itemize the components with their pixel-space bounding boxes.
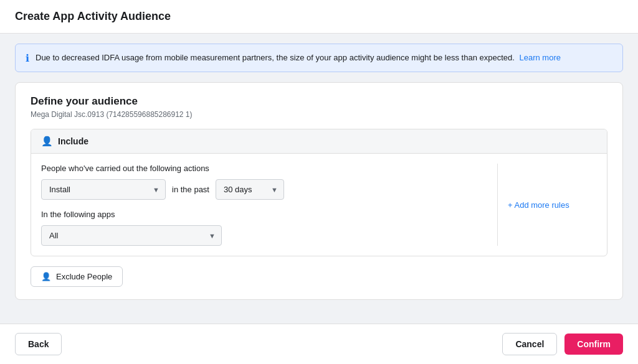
confirm-button[interactable]: Confirm	[564, 334, 623, 355]
footer-right: Cancel Confirm	[502, 333, 623, 355]
include-header: 👤 Include	[31, 129, 607, 154]
page-title: Create App Activity Audience	[15, 10, 623, 23]
include-body: People who've carried out the following …	[31, 154, 607, 256]
days-select[interactable]: 7 days 14 days 30 days 60 days 90 days 1…	[216, 179, 284, 200]
person-exclude-icon: 👤	[41, 272, 51, 281]
back-button[interactable]: Back	[15, 333, 62, 355]
include-left: People who've carried out the following …	[41, 164, 487, 246]
days-select-wrap[interactable]: 7 days 14 days 30 days 60 days 90 days 1…	[216, 179, 284, 200]
exclude-people-button[interactable]: 👤 Exclude People	[31, 266, 123, 287]
page-footer: Back Cancel Confirm	[0, 324, 638, 364]
main-content: ℹ Due to decreased IDFA usage from mobil…	[0, 34, 638, 324]
action-row: Install Open Purchase ▼ in the past 7 da…	[41, 179, 487, 200]
include-right: + Add more rules	[497, 164, 597, 246]
cancel-button[interactable]: Cancel	[502, 333, 557, 355]
audience-section: Define your audience Mega Digital Jsc.09…	[15, 82, 623, 300]
apps-label: In the following apps	[41, 210, 487, 219]
person-include-icon: 👤	[41, 136, 53, 147]
action-select[interactable]: Install Open Purchase	[41, 179, 166, 200]
in-the-past-label: in the past	[172, 185, 209, 194]
exclude-people-label: Exclude People	[56, 272, 112, 281]
action-select-wrap[interactable]: Install Open Purchase ▼	[41, 179, 166, 200]
info-banner: ℹ Due to decreased IDFA usage from mobil…	[15, 44, 623, 72]
section-title: Define your audience	[31, 95, 607, 108]
people-actions-label: People who've carried out the following …	[41, 164, 487, 173]
apps-select-wrap[interactable]: All ▼	[41, 225, 222, 246]
page-header: Create App Activity Audience	[0, 0, 638, 34]
banner-text: Due to decreased IDFA usage from mobile …	[36, 52, 561, 64]
section-subtitle: Mega Digital Jsc.0913 (71428559688528691…	[31, 110, 607, 119]
info-icon: ℹ	[26, 52, 29, 64]
add-more-rules-button[interactable]: + Add more rules	[508, 198, 569, 212]
include-label: Include	[58, 136, 88, 146]
apps-select[interactable]: All	[41, 225, 222, 246]
include-card: 👤 Include People who've carried out the …	[31, 129, 607, 256]
learn-more-link[interactable]: Learn more	[520, 53, 561, 62]
